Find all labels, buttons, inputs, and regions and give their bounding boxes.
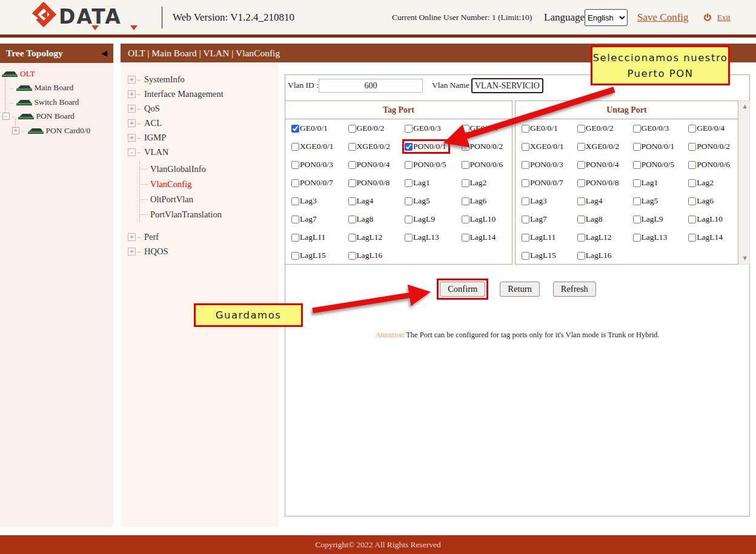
tag-port-checkbox-pon0-0-6[interactable] — [462, 161, 469, 169]
untag-port-pon0-0-1[interactable]: PON0/0/1 — [633, 142, 675, 151]
tag-port-checkbox-lagl9[interactable] — [405, 216, 413, 223]
tag-port-checkbox-lag6[interactable] — [462, 197, 469, 205]
tree-node-pon-board[interactable]: -–PON Board — [0, 110, 113, 124]
untag-port-checkbox-pon0-0-3[interactable] — [522, 161, 529, 169]
tag-port-pon0-0-2[interactable]: PON0/0/2 — [462, 142, 503, 151]
tag-port-checkbox-lagl11[interactable] — [291, 234, 299, 242]
tag-port-pon0-0-4[interactable]: PON0/0/4 — [348, 160, 390, 170]
untag-port-checkbox-xge0-0-2[interactable] — [577, 143, 585, 151]
tag-port-lag5[interactable]: Lag5 — [405, 196, 430, 206]
tag-port-checkbox-lagl15[interactable] — [291, 252, 299, 260]
untag-port-checkbox-lag3[interactable] — [522, 197, 529, 205]
tag-port-lag2[interactable]: Lag2 — [462, 178, 487, 188]
tag-port-checkbox-lag7[interactable] — [291, 216, 299, 223]
untag-port-checkbox-lagl14[interactable] — [688, 234, 696, 242]
tree-node-switch-board[interactable]: –Switch Board — [0, 95, 113, 110]
menu-item-vlanglobalinfo[interactable]: VlanGlobalInfo — [140, 162, 278, 177]
untag-port-lag6[interactable]: Lag6 — [688, 196, 714, 206]
untag-port-checkbox-pon0-0-6[interactable] — [688, 161, 696, 169]
vlan-id-input[interactable] — [319, 79, 423, 93]
tag-port-checkbox-lagl12[interactable] — [348, 234, 356, 242]
menu-item-interface-management[interactable]: +–Interface Management — [128, 87, 278, 101]
scroll-up-icon[interactable]: ▲ — [740, 102, 749, 111]
tag-port-xge0-0-2[interactable]: XGE0/0/2 — [348, 142, 391, 151]
return-button[interactable]: Return — [500, 282, 539, 297]
untag-port-lag4[interactable]: Lag4 — [577, 196, 603, 206]
tag-port-checkbox-lagl16[interactable] — [348, 252, 356, 260]
untag-port-checkbox-lagl13[interactable] — [633, 234, 641, 242]
untag-port-checkbox-xge0-0-1[interactable] — [522, 143, 529, 151]
untag-port-checkbox-ge0-0-1[interactable] — [522, 125, 529, 133]
tag-port-checkbox-pon0-0-5[interactable] — [405, 161, 413, 169]
tag-port-lagl9[interactable]: LagL9 — [405, 214, 435, 224]
expand-menu-icon[interactable]: + — [128, 134, 136, 142]
untag-port-checkbox-lag1[interactable] — [633, 179, 641, 187]
untag-port-checkbox-lagl12[interactable] — [577, 234, 585, 242]
collapse-menu-icon[interactable]: - — [128, 148, 136, 156]
menu-item-hqos[interactable]: +–HQOS — [128, 244, 278, 259]
untag-port-lagl10[interactable]: LagL10 — [688, 214, 723, 224]
untag-port-ge0-0-2[interactable]: GE0/0/2 — [577, 124, 614, 133]
tag-port-pon0-0-6[interactable]: PON0/0/6 — [462, 160, 503, 170]
save-config-link[interactable]: Save Config — [637, 0, 689, 35]
menu-item-systeminfo[interactable]: +–SystemInfo — [128, 72, 278, 87]
tag-port-pon0-0-5[interactable]: PON0/0/5 — [405, 160, 446, 170]
tag-port-lagl15[interactable]: LagL15 — [291, 251, 326, 260]
expand-menu-icon[interactable]: + — [128, 119, 136, 127]
scroll-down-icon[interactable]: ▼ — [740, 254, 749, 263]
untag-port-ge0-0-4[interactable]: GE0/0/4 — [688, 124, 724, 133]
untag-port-lag7[interactable]: Lag7 — [522, 214, 547, 224]
untag-port-checkbox-pon0-0-5[interactable] — [633, 161, 641, 169]
tag-port-pon0-0-3[interactable]: PON0/0/3 — [291, 160, 333, 170]
tag-port-lag1[interactable]: Lag1 — [405, 178, 430, 188]
expand-node-icon[interactable]: + — [12, 127, 19, 134]
untag-port-ge0-0-1[interactable]: GE0/0/1 — [522, 124, 558, 133]
tag-port-lag7[interactable]: Lag7 — [291, 214, 317, 224]
untag-port-checkbox-lag8[interactable] — [577, 216, 585, 223]
port-table-scrollbar[interactable]: ▲ ▼ — [740, 101, 750, 265]
tag-port-lag6[interactable]: Lag6 — [462, 196, 487, 206]
untag-port-checkbox-lagl15[interactable] — [522, 252, 529, 260]
untag-port-checkbox-lagl16[interactable] — [577, 252, 585, 260]
expand-menu-icon[interactable]: + — [128, 90, 136, 98]
language-select[interactable]: English — [585, 9, 628, 26]
tag-port-lagl13[interactable]: LagL13 — [405, 232, 439, 242]
untag-port-xge0-0-1[interactable]: XGE0/0/1 — [522, 142, 564, 151]
tag-port-checkbox-xge0-0-1[interactable] — [291, 143, 299, 151]
power-icon[interactable] — [703, 13, 712, 22]
tag-port-lagl11[interactable]: LagL11 — [291, 232, 325, 242]
untag-port-lagl14[interactable]: LagL14 — [688, 232, 723, 242]
untag-port-lagl12[interactable]: LagL12 — [577, 232, 612, 242]
tag-port-pon0-0-7[interactable]: PON0/0/7 — [291, 178, 333, 188]
untag-port-checkbox-ge0-0-4[interactable] — [688, 125, 696, 133]
refresh-button[interactable]: Refresh — [553, 282, 596, 297]
untag-port-checkbox-lagl10[interactable] — [688, 216, 696, 223]
expand-menu-icon[interactable]: + — [128, 248, 136, 256]
untag-port-pon0-0-3[interactable]: PON0/0/3 — [522, 160, 563, 170]
tag-port-checkbox-lag8[interactable] — [348, 216, 356, 223]
tag-port-checkbox-pon0-0-1[interactable] — [405, 143, 413, 151]
menu-item-perf[interactable]: +–Perf — [128, 229, 278, 244]
expand-menu-icon[interactable]: + — [128, 76, 136, 84]
tag-port-lag4[interactable]: Lag4 — [348, 196, 374, 206]
untag-port-checkbox-lag6[interactable] — [688, 197, 696, 205]
tag-port-lagl14[interactable]: LagL14 — [462, 232, 496, 242]
untag-port-checkbox-pon0-0-4[interactable] — [577, 161, 585, 169]
tag-port-lag8[interactable]: Lag8 — [348, 214, 374, 224]
tag-port-checkbox-xge0-0-2[interactable] — [348, 143, 356, 151]
untag-port-pon0-0-8[interactable]: PON0/0/8 — [577, 178, 619, 188]
menu-item-oltportvlan[interactable]: OltPortVlan — [140, 192, 278, 207]
tag-port-checkbox-ge0-0-4[interactable] — [462, 125, 469, 133]
untag-port-checkbox-lagl9[interactable] — [633, 216, 641, 223]
untag-port-checkbox-lag7[interactable] — [522, 216, 529, 223]
untag-port-checkbox-lag4[interactable] — [577, 197, 585, 205]
collapse-node-icon[interactable]: - — [2, 113, 10, 120]
tag-port-lagl16[interactable]: LagL16 — [348, 251, 383, 260]
tag-port-checkbox-pon0-0-3[interactable] — [291, 161, 299, 169]
menu-item-igmp[interactable]: +–IGMP — [128, 130, 278, 145]
tag-port-checkbox-lag5[interactable] — [405, 197, 413, 205]
tag-port-ge0-0-1[interactable]: GE0/0/1 — [291, 124, 328, 133]
tag-port-checkbox-lagl13[interactable] — [405, 234, 413, 242]
tag-port-checkbox-lag3[interactable] — [291, 197, 299, 205]
untag-port-xge0-0-2[interactable]: XGE0/0/2 — [577, 142, 620, 151]
